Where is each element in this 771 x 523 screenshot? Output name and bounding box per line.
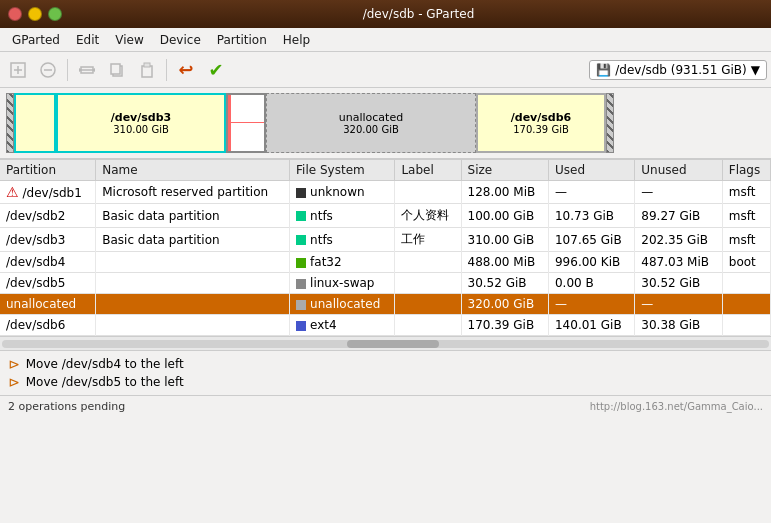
delete-button[interactable] <box>34 56 62 84</box>
close-button[interactable] <box>8 7 22 21</box>
operation-item-1: ⊳ Move /dev/sdb4 to the left <box>8 355 763 373</box>
cell-size: 170.39 GiB <box>461 315 548 336</box>
cell-flags: boot <box>722 252 770 273</box>
vis-extended <box>226 93 266 153</box>
cell-size: 310.00 GiB <box>461 228 548 252</box>
minimize-button[interactable] <box>28 7 42 21</box>
cell-used: 0.00 B <box>548 273 634 294</box>
cell-used: 107.65 GiB <box>548 228 634 252</box>
cell-name <box>96 315 290 336</box>
apply-button[interactable]: ✔ <box>202 56 230 84</box>
col-name: Name <box>96 160 290 181</box>
undo-button[interactable]: ↩ <box>172 56 200 84</box>
cell-used: 10.73 GiB <box>548 204 634 228</box>
statusbar: 2 operations pending http://blog.163.net… <box>0 395 771 417</box>
col-partition: Partition <box>0 160 96 181</box>
svg-rect-11 <box>142 66 152 77</box>
cell-fs: unallocated <box>290 294 395 315</box>
drive-label: /dev/sdb (931.51 GiB) <box>615 63 747 77</box>
cell-unused: 202.35 GiB <box>635 228 722 252</box>
cell-unused: 30.38 GiB <box>635 315 722 336</box>
cell-partition: /dev/sdb3 <box>0 228 96 252</box>
new-partition-button[interactable] <box>4 56 32 84</box>
vis-unalloc[interactable]: unallocated 320.00 GiB <box>266 93 476 153</box>
cell-fs: unknown <box>290 181 395 204</box>
table-header-row: Partition Name File System Label Size Us… <box>0 160 771 181</box>
cell-label <box>395 315 461 336</box>
cell-flags <box>722 294 770 315</box>
vis-sdb3-size: 310.00 GiB <box>113 124 169 135</box>
fs-color-dot <box>296 258 306 268</box>
operations-panel: ⊳ Move /dev/sdb4 to the left ⊳ Move /dev… <box>0 350 771 395</box>
vis-sdb5[interactable] <box>228 123 264 151</box>
cell-flags: msft <box>722 204 770 228</box>
vis-sdb3[interactable]: /dev/sdb3 310.00 GiB <box>56 93 226 153</box>
menu-item-view[interactable]: View <box>107 31 151 49</box>
cell-name <box>96 294 290 315</box>
maximize-button[interactable] <box>48 7 62 21</box>
cell-size: 128.00 MiB <box>461 181 548 204</box>
cell-fs: fat32 <box>290 252 395 273</box>
table-row[interactable]: unallocatedunallocated320.00 GiB—— <box>0 294 771 315</box>
vis-sdb6-size: 170.39 GiB <box>513 124 569 135</box>
vis-unalloc-size: 320.00 GiB <box>343 124 399 135</box>
cell-name: Microsoft reserved partition <box>96 181 290 204</box>
cell-size: 30.52 GiB <box>461 273 548 294</box>
op-icon-2: ⊳ <box>8 374 20 390</box>
window-title: /dev/sdb - GParted <box>74 7 763 21</box>
cell-name: Basic data partition <box>96 204 290 228</box>
cell-unused: 89.27 GiB <box>635 204 722 228</box>
menu-item-edit[interactable]: Edit <box>68 31 107 49</box>
cell-label <box>395 252 461 273</box>
cell-size: 320.00 GiB <box>461 294 548 315</box>
cell-label <box>395 273 461 294</box>
cell-label <box>395 181 461 204</box>
horizontal-scrollbar[interactable] <box>0 336 771 350</box>
cell-partition: /dev/sdb2 <box>0 204 96 228</box>
cell-label: 工作 <box>395 228 461 252</box>
table-row[interactable]: /dev/sdb2Basic data partitionntfs个人资料100… <box>0 204 771 228</box>
cell-used: — <box>548 294 634 315</box>
cell-fs: linux-swap <box>290 273 395 294</box>
fs-color-dot <box>296 211 306 221</box>
vis-sdb1[interactable] <box>14 93 56 153</box>
svg-rect-10 <box>111 64 120 74</box>
vis-unalloc-name: unallocated <box>339 111 403 124</box>
table-row[interactable]: /dev/sdb4fat32488.00 MiB996.00 KiB487.03… <box>0 252 771 273</box>
scroll-track[interactable] <box>2 340 769 348</box>
table-row[interactable]: /dev/sdb5linux-swap30.52 GiB0.00 B30.52 … <box>0 273 771 294</box>
vis-sdb4[interactable] <box>228 95 264 123</box>
partition-visual: /dev/sdb3 310.00 GiB unallocated 320.00 … <box>0 88 771 160</box>
col-used: Used <box>548 160 634 181</box>
col-flags: Flags <box>722 160 770 181</box>
copy-button[interactable] <box>103 56 131 84</box>
cell-fs: ext4 <box>290 315 395 336</box>
cell-unused: 30.52 GiB <box>635 273 722 294</box>
cell-partition: /dev/sdb4 <box>0 252 96 273</box>
resize-button[interactable] <box>73 56 101 84</box>
cell-unused: — <box>635 294 722 315</box>
vis-stripe-right <box>606 93 614 153</box>
cell-unused: 487.03 MiB <box>635 252 722 273</box>
cell-name <box>96 273 290 294</box>
paste-button[interactable] <box>133 56 161 84</box>
titlebar: /dev/sdb - GParted <box>0 0 771 28</box>
menubar: GPartedEditViewDevicePartitionHelp <box>0 28 771 52</box>
col-label: Label <box>395 160 461 181</box>
menu-item-partition[interactable]: Partition <box>209 31 275 49</box>
menu-item-device[interactable]: Device <box>152 31 209 49</box>
menu-item-gparted[interactable]: GParted <box>4 31 68 49</box>
table-row[interactable]: /dev/sdb3Basic data partitionntfs工作310.0… <box>0 228 771 252</box>
vis-stripe-left <box>6 93 14 153</box>
warning-icon: ⚠ <box>6 184 19 200</box>
vis-sdb6[interactable]: /dev/sdb6 170.39 GiB <box>476 93 606 153</box>
scroll-thumb[interactable] <box>347 340 439 348</box>
table-row[interactable]: /dev/sdb6ext4170.39 GiB140.01 GiB30.38 G… <box>0 315 771 336</box>
cell-flags: msft <box>722 181 770 204</box>
cell-unused: — <box>635 181 722 204</box>
drive-selector[interactable]: 💾 /dev/sdb (931.51 GiB) ▼ <box>589 60 767 80</box>
op-label-1: Move /dev/sdb4 to the left <box>26 357 184 371</box>
table-row[interactable]: ⚠/dev/sdb1Microsoft reserved partitionun… <box>0 181 771 204</box>
menu-item-help[interactable]: Help <box>275 31 318 49</box>
cell-fs: ntfs <box>290 228 395 252</box>
